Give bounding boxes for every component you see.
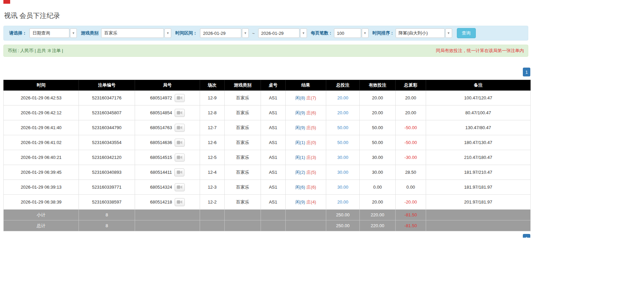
cell-remark: 181.97/181.97 <box>426 180 531 195</box>
cell-bet-id: 523160343554 <box>79 135 135 150</box>
summary-cell <box>426 210 531 220</box>
round-id-text: 680514763 <box>150 125 172 130</box>
date-to-combo: ▼ <box>258 28 307 38</box>
chevron-down-icon[interactable]: ▼ <box>164 28 171 38</box>
query-type-input[interactable] <box>29 28 69 38</box>
table-row: 2026-01-29 06:42:12523160345807680514854… <box>4 105 531 120</box>
cell-valid-bet: 50.00 <box>360 135 396 150</box>
cell-payout: 0.00 <box>396 180 426 195</box>
date-from-input[interactable] <box>200 28 241 38</box>
total-bet-link[interactable]: 20.00 <box>337 199 349 205</box>
sort-input[interactable] <box>396 28 445 38</box>
cell-session: 12-2 <box>200 195 225 210</box>
table-row: 2026-01-29 06:41:40523160344790680514763… <box>4 120 531 135</box>
cell-game-type: 百家乐 <box>225 195 261 210</box>
cell-remark: 180.47/130.47 <box>426 135 531 150</box>
chevron-down-icon[interactable]: ▼ <box>70 28 77 38</box>
chevron-down-icon[interactable]: ▼ <box>242 28 249 38</box>
cell-time: 2026-01-29 06:42:53 <box>4 91 79 105</box>
sort-label: 时间排序 : <box>373 30 393 36</box>
query-type-label: 请选择： <box>9 30 27 36</box>
page-button-1-bottom[interactable]: 1 <box>523 234 530 238</box>
round-id-text: 680514411 <box>150 170 172 175</box>
search-button[interactable]: 查询 <box>457 28 476 38</box>
cell-game-type: 百家乐 <box>225 105 261 120</box>
bet-records-table: 时间注单编号局号场次游戏类别桌号结果总投注有效投注总派彩备注 2026-01-2… <box>3 80 531 231</box>
result-player: 闲(2) <box>295 170 305 175</box>
payout-value: 20.00 <box>405 110 416 115</box>
cell-game-type: 百家乐 <box>225 91 261 105</box>
cell-total-bet: 30.00 <box>326 150 360 165</box>
total-bet-link[interactable]: 30.00 <box>337 185 349 190</box>
date-to-input[interactable] <box>258 28 299 38</box>
cell-total-bet: 20.00 <box>326 105 360 120</box>
video-replay-button[interactable] <box>175 198 185 206</box>
query-type-combo: ▼ <box>29 28 77 38</box>
cell-result: 闲(9) 庄(4) <box>286 195 326 210</box>
video-replay-button[interactable] <box>175 183 185 191</box>
cell-valid-bet: 0.00 <box>360 180 396 195</box>
result-player: 闲(6) <box>295 185 305 190</box>
summary-cell <box>200 220 225 231</box>
pagination-top: 1 <box>3 68 530 76</box>
per-page-input[interactable] <box>334 28 361 38</box>
summary-cell <box>286 220 326 231</box>
result-player: 闲(9) <box>295 125 305 130</box>
time-range-label: 时间区间： <box>175 30 197 36</box>
total-bet-link[interactable]: 20.00 <box>337 110 349 115</box>
result-banker: 庄(4) <box>306 199 316 205</box>
cell-table-no: AS1 <box>261 150 286 165</box>
total-bet-link[interactable]: 50.00 <box>337 125 349 130</box>
cell-remark: 100.47/120.47 <box>426 91 531 105</box>
cell-valid-bet: 50.00 <box>360 120 396 135</box>
cell-time: 2026-01-29 06:41:02 <box>4 135 79 150</box>
table-row: 2026-01-29 06:39:45523160340893680514411… <box>4 165 531 180</box>
total-bet-link[interactable]: 50.00 <box>337 140 349 145</box>
cell-round-id: 680514972 <box>135 91 200 105</box>
video-camera-icon <box>177 185 182 189</box>
result-banker: 庄(6) <box>306 185 316 190</box>
result-banker: 庄(3) <box>306 155 316 160</box>
table-header-row: 时间注单编号局号场次游戏类别桌号结果总投注有效投注总派彩备注 <box>4 80 531 91</box>
page-button-1[interactable]: 1 <box>523 68 530 76</box>
cell-round-id: 680514411 <box>135 165 200 180</box>
chevron-down-icon[interactable]: ▼ <box>445 28 452 38</box>
column-header: 局号 <box>135 80 200 91</box>
video-replay-button[interactable] <box>175 94 185 102</box>
cell-session: 12-4 <box>200 165 225 180</box>
result-banker: 庄(0) <box>306 140 316 145</box>
cell-game-type: 百家乐 <box>225 150 261 165</box>
cell-result: 闲(1) 庄(3) <box>286 150 326 165</box>
cell-total-bet: 20.00 <box>326 91 360 105</box>
total-bet-link[interactable]: 30.00 <box>337 155 349 160</box>
game-type-label: 游戏类别 <box>81 30 98 36</box>
total-bet-link[interactable]: 20.00 <box>337 95 349 100</box>
video-replay-button[interactable] <box>175 124 185 132</box>
video-replay-button[interactable] <box>175 109 185 117</box>
cell-round-id: 680514763 <box>135 120 200 135</box>
cell-time: 2026-01-29 06:41:40 <box>4 120 79 135</box>
cell-game-type: 百家乐 <box>225 180 261 195</box>
video-replay-button[interactable] <box>175 139 185 147</box>
video-replay-button[interactable] <box>175 153 185 162</box>
column-header: 时间 <box>4 80 79 91</box>
result-player: 闲(9) <box>295 199 305 205</box>
round-id-text: 680514515 <box>150 155 172 160</box>
cell-result: 闲(1) 庄(0) <box>286 135 326 150</box>
summary-cell <box>261 220 286 231</box>
game-type-input[interactable] <box>101 28 164 38</box>
cell-round-id: 680514636 <box>135 135 200 150</box>
top-red-marker <box>3 0 10 4</box>
summary-cell: -81.50 <box>396 210 426 220</box>
column-header: 结果 <box>286 80 326 91</box>
total-bet-link[interactable]: 30.00 <box>337 170 349 175</box>
table-row: 2026-01-29 06:39:13523160339771680514324… <box>4 180 531 195</box>
cell-time: 2026-01-29 06:40:21 <box>4 150 79 165</box>
video-camera-icon <box>177 96 182 100</box>
cell-total-bet: 50.00 <box>326 120 360 135</box>
video-replay-button[interactable] <box>174 168 184 176</box>
chevron-down-icon[interactable]: ▼ <box>300 28 307 38</box>
result-banker: 庄(6) <box>306 110 316 115</box>
chevron-down-icon[interactable]: ▼ <box>362 28 369 38</box>
cell-remark: 210.47/180.47 <box>426 150 531 165</box>
